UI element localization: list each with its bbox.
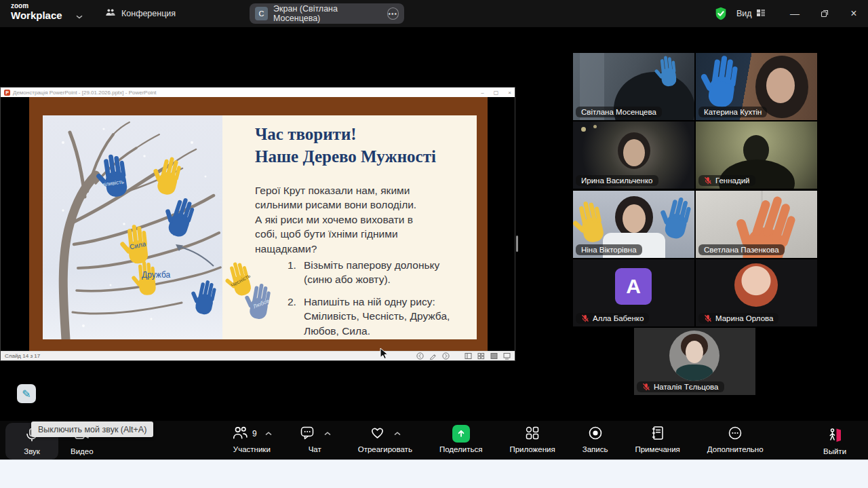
participant-tile[interactable]: Світлана Мосенцева: [573, 53, 694, 120]
view-button[interactable]: Вид: [736, 0, 766, 27]
participants-label: Участники: [233, 445, 271, 453]
share-arrow-icon: [452, 425, 470, 443]
blue-paper-hand: [652, 53, 684, 90]
view-grid-icon: [756, 8, 766, 20]
more-options-icon[interactable]: •••: [387, 7, 399, 20]
mute-tooltip: Выключить мой звук (Alt+A): [31, 421, 153, 437]
participant-name-label: Марина Орлова: [698, 313, 778, 324]
powerpoint-titlebar[interactable]: P Демонстрація PowerPoint - [29.01.2026.…: [1, 88, 515, 97]
participant-tile[interactable]: Марина Орлова: [696, 259, 817, 326]
pen-tool-icon[interactable]: [429, 352, 437, 360]
slide-sorter-view-icon[interactable]: [477, 352, 485, 360]
participant-name-label: Светлана Пазенкова: [698, 244, 785, 255]
leave-label: Выйти: [823, 447, 846, 455]
slide-list-item-2: 2. Напишіть на ній одну рису: Сміливість…: [288, 295, 450, 338]
blue-paper-hand: [652, 191, 694, 245]
participant-name-label: Катерина Кухтін: [698, 107, 767, 117]
notes-icon: [650, 425, 666, 443]
restore-button[interactable]: [813, 0, 836, 27]
mouse-cursor: [380, 348, 389, 360]
avatar: А: [615, 268, 652, 305]
tab-conference[interactable]: Конференция: [105, 0, 176, 27]
participant-tile[interactable]: Геннадий: [696, 121, 817, 189]
participant-tile[interactable]: Ніна Вікторівна: [573, 191, 694, 258]
powerpoint-status-bar: Слайд 14 з 17: [1, 351, 515, 360]
slide: Сміливість Сила Дружба Час творити! Наше…: [29, 97, 488, 354]
slideshow-view-icon[interactable]: [503, 352, 511, 360]
notes-button[interactable]: Примечания: [629, 421, 685, 457]
reading-view-icon[interactable]: [490, 352, 498, 360]
panel-resize-handle[interactable]: [516, 236, 518, 252]
leave-door-icon: [826, 427, 844, 445]
participants-gallery: Світлана Мосенцева Катерина Кухтін Ирина…: [573, 53, 817, 396]
slide-title: Час творити! Наше Дерево Мужності: [255, 124, 436, 168]
participant-tile-active-speaker[interactable]: Светлана Пазенкова: [696, 191, 817, 258]
next-slide-icon[interactable]: [442, 352, 450, 360]
muted-mic-icon: [704, 314, 712, 322]
chat-icon: [299, 425, 316, 443]
tab-conference-label: Конференция: [121, 9, 176, 18]
yellow-paper-hand: [573, 195, 614, 249]
record-label: Запись: [583, 445, 608, 453]
react-button[interactable]: Отреагировать: [353, 421, 418, 457]
ppt-minimize-icon[interactable]: –: [481, 90, 484, 96]
chevron-down-icon[interactable]: [76, 10, 83, 22]
notes-label: Примечания: [635, 445, 679, 453]
powerpoint-window-title: Демонстрація PowerPoint - [29.01.2026.pp…: [13, 90, 157, 96]
hand-label-friendship: Дружба: [142, 270, 170, 280]
security-shield-icon[interactable]: [713, 6, 728, 24]
muted-mic-icon: [581, 314, 589, 322]
zoom-title-bar: zoom Workplace Конференция C Экран (Світ…: [0, 0, 868, 27]
slide-list-item-1: 1. Візьміть паперову долоньку (синю або …: [288, 258, 439, 287]
participant-name-label: Геннадий: [698, 175, 755, 186]
participants-button[interactable]: 9 Участники: [226, 421, 277, 457]
participant-name-label: Світлана Мосенцева: [576, 107, 662, 117]
muted-mic-icon: [704, 176, 712, 185]
chevron-up-icon[interactable]: [394, 432, 401, 436]
blue-paper-hand: [696, 53, 749, 113]
ppt-close-icon[interactable]: ×: [508, 90, 511, 96]
slide-tree-illustration: Сміливість Сила Дружба: [43, 115, 222, 339]
participant-tile[interactable]: Наталія Тєльцова: [634, 328, 755, 395]
people-icon: [105, 8, 116, 20]
previous-slide-icon[interactable]: [416, 352, 424, 360]
participant-tile[interactable]: Ирина Васильченко: [573, 121, 694, 189]
slide-counter: Слайд 14 з 17: [5, 353, 40, 359]
minimize-button[interactable]: —: [783, 0, 806, 27]
blue-hand-cutout: [90, 149, 137, 202]
chat-label: Чат: [309, 445, 321, 453]
participant-name-label: Алла Бабенко: [576, 313, 649, 324]
windows-taskbar: 99+ zm f Rain/sno: [0, 459, 868, 488]
avatar: [734, 263, 778, 307]
leave-meeting-button[interactable]: Выйти: [818, 423, 852, 459]
more-label: Дополнительно: [707, 445, 764, 453]
apps-button[interactable]: Приложения: [504, 421, 560, 457]
chat-button[interactable]: Чат: [294, 421, 336, 457]
tab-shared-screen[interactable]: C Экран (Світлана Мосенцева) •••: [250, 3, 404, 24]
screen: zoom Workplace Конференция C Экран (Світ…: [0, 0, 868, 488]
zoom-workplace-logo: zoom Workplace: [11, 3, 62, 20]
ppt-restore-icon[interactable]: ▢: [494, 90, 499, 96]
chevron-up-icon[interactable]: [265, 432, 272, 436]
annotate-pencil-button[interactable]: ✎: [17, 384, 36, 403]
close-button[interactable]: ×: [842, 0, 865, 27]
share-label: Поделиться: [439, 445, 483, 453]
participant-tile[interactable]: А Алла Бабенко: [573, 259, 694, 326]
share-screen-button[interactable]: Поделиться: [434, 421, 488, 457]
apps-icon: [524, 425, 540, 443]
video-label: Видео: [71, 447, 94, 455]
participant-name-label: Ирина Васильченко: [576, 175, 658, 186]
powerpoint-icon: P: [4, 90, 10, 96]
view-label: Вид: [736, 9, 752, 18]
normal-view-icon[interactable]: [465, 352, 472, 360]
avatar: [669, 331, 719, 381]
heart-icon: [369, 425, 386, 443]
muted-mic-icon: [642, 383, 650, 391]
more-button[interactable]: Дополнительно: [702, 421, 769, 457]
participant-name-label: Наталія Тєльцова: [637, 381, 724, 392]
record-button[interactable]: Запись: [577, 421, 614, 457]
participant-tile[interactable]: Катерина Кухтін: [696, 53, 817, 120]
chevron-up-icon[interactable]: [324, 432, 331, 436]
mute-audio-label: Звук: [24, 447, 40, 455]
participant-name-label: Ніна Вікторівна: [576, 244, 642, 255]
